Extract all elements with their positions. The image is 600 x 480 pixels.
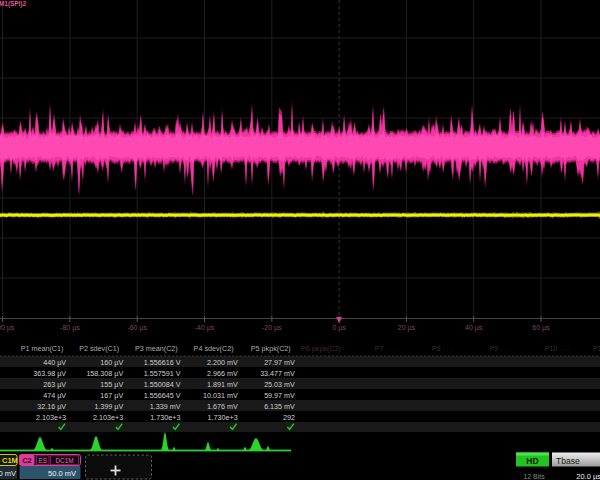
- svg-text:C2: C2: [22, 456, 32, 465]
- svg-text:-80 µs: -80 µs: [60, 324, 80, 332]
- svg-text:1.676 mV: 1.676 mV: [207, 402, 238, 411]
- svg-text:20 µs: 20 µs: [398, 324, 416, 332]
- svg-text:33.477 mV: 33.477 mV: [260, 369, 295, 378]
- svg-text:1.556645 V: 1.556645 V: [144, 391, 181, 400]
- svg-text:P11: P11: [593, 344, 600, 353]
- svg-text:440 µV: 440 µV: [43, 358, 66, 367]
- svg-text:-20 µs: -20 µs: [262, 324, 282, 332]
- svg-text:27.97 mV: 27.97 mV: [264, 358, 295, 367]
- svg-text:M1(SPI)2: M1(SPI)2: [0, 0, 26, 8]
- svg-text:60 µs: 60 µs: [532, 324, 550, 332]
- svg-text:158.308 µV: 158.308 µV: [86, 369, 123, 378]
- svg-text:2.966 mV: 2.966 mV: [207, 369, 238, 378]
- svg-text:1.399 µV: 1.399 µV: [94, 402, 123, 411]
- svg-text:ES: ES: [39, 457, 48, 464]
- svg-text:1.730e+3: 1.730e+3: [150, 413, 180, 422]
- svg-text:292: 292: [283, 413, 295, 422]
- svg-text:10.031 mV: 10.031 mV: [203, 391, 238, 400]
- svg-text:1.730e+3: 1.730e+3: [208, 413, 238, 422]
- svg-text:2.103e+3: 2.103e+3: [36, 413, 66, 422]
- svg-text:32.16 µV: 32.16 µV: [37, 402, 66, 411]
- svg-text:2.200 mV: 2.200 mV: [207, 358, 238, 367]
- svg-text:1.550084 V: 1.550084 V: [144, 380, 181, 389]
- svg-text:474 µV: 474 µV: [43, 391, 66, 400]
- svg-text:C1M: C1M: [2, 456, 18, 465]
- svg-text:DC1M: DC1M: [55, 457, 73, 464]
- svg-text:1.557591 V: 1.557591 V: [144, 369, 181, 378]
- svg-text:P1 mean(C1): P1 mean(C1): [21, 344, 64, 353]
- svg-text:2.103e+3: 2.103e+3: [93, 413, 123, 422]
- svg-text:40 µs: 40 µs: [465, 324, 483, 332]
- svg-text:6.135 mV: 6.135 mV: [264, 402, 295, 411]
- svg-text:20.0 µs: 20.0 µs: [576, 472, 600, 480]
- svg-text:0 mV: 0 mV: [0, 469, 16, 478]
- svg-text:P9 . . .: P9 . . .: [489, 344, 510, 353]
- svg-text:25.03 mV: 25.03 mV: [264, 380, 295, 389]
- svg-text:P10 . . .: P10 . . .: [544, 344, 569, 353]
- svg-text:P5 pkpk(C2): P5 pkpk(C2): [251, 344, 291, 353]
- svg-text:1.556616 V: 1.556616 V: [144, 358, 181, 367]
- svg-text:0 µs: 0 µs: [332, 324, 346, 332]
- svg-text:P7 . . .: P7 . . .: [375, 344, 396, 353]
- svg-text:P4 sdev(C2): P4 sdev(C2): [194, 344, 234, 353]
- svg-text:12 Bits: 12 Bits: [523, 473, 545, 480]
- svg-text:263 µV: 263 µV: [43, 380, 66, 389]
- svg-text:Tbase: Tbase: [556, 456, 580, 466]
- svg-text:-60 µs: -60 µs: [127, 324, 147, 332]
- svg-text:59.97 mV: 59.97 mV: [264, 391, 295, 400]
- svg-text:160 µV: 160 µV: [100, 358, 123, 367]
- svg-text:155 µV: 155 µV: [100, 380, 123, 389]
- svg-text:-40 µs: -40 µs: [195, 324, 215, 332]
- svg-text:50.0 mV: 50.0 mV: [48, 469, 76, 478]
- svg-text:P3 mean(C2): P3 mean(C2): [135, 344, 178, 353]
- svg-text:HD: HD: [526, 456, 538, 466]
- svg-text:P8 . . .: P8 . . .: [432, 344, 453, 353]
- svg-text:-100 µs: -100 µs: [0, 324, 15, 332]
- svg-text:P2 sdev(C1): P2 sdev(C1): [79, 344, 119, 353]
- svg-text:167 µV: 167 µV: [100, 391, 123, 400]
- svg-text:363.98 µV: 363.98 µV: [33, 369, 66, 378]
- svg-text:1.891 mV: 1.891 mV: [207, 380, 238, 389]
- svg-text:P6 pkpk(C3): P6 pkpk(C3): [301, 344, 341, 353]
- svg-text:1.339 mV: 1.339 mV: [150, 402, 181, 411]
